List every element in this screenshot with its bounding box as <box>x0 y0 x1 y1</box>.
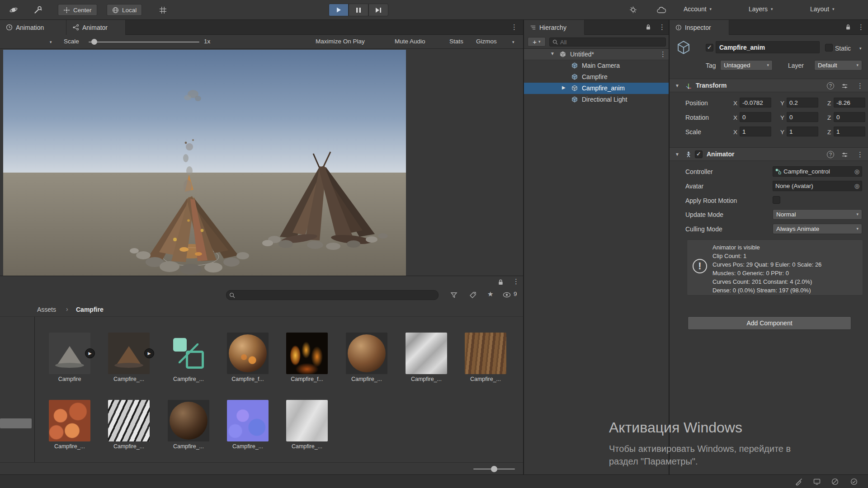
breadcrumb-current[interactable]: Campfire <box>76 306 104 313</box>
hierarchy-item-campfire[interactable]: Campfire <box>524 71 669 83</box>
rotation-x-field[interactable] <box>740 112 771 122</box>
hierarchy-item-directional-light[interactable]: Directional Light <box>524 94 669 105</box>
pivot-center-button[interactable]: Center <box>58 4 97 16</box>
inspector-lock-icon[interactable] <box>845 23 851 30</box>
display-status-icon[interactable] <box>813 478 821 486</box>
grid-snapping-icon[interactable] <box>156 4 169 16</box>
component-menu-icon[interactable]: ⋮ <box>857 151 863 158</box>
material-thumbnail[interactable] <box>346 333 387 374</box>
texture-thumbnail[interactable] <box>406 333 447 374</box>
scale-slider-track[interactable] <box>89 42 199 42</box>
rotation-y-field[interactable] <box>787 112 818 122</box>
rotation-z-field[interactable] <box>834 112 865 122</box>
culling-mode-dropdown[interactable]: Always Animate▾ <box>773 224 862 234</box>
search-by-label-icon[interactable] <box>469 291 476 299</box>
animator-controller-thumbnail[interactable] <box>168 333 209 374</box>
expand-subassets-button[interactable]: ▶ <box>144 348 154 358</box>
asset-item[interactable]: Campfire_... <box>465 333 506 382</box>
hierarchy-lock-icon[interactable] <box>645 23 651 30</box>
asset-item[interactable]: Campfire_f... <box>227 333 269 382</box>
breadcrumb-root[interactable]: Assets <box>37 306 56 313</box>
material-thumbnail[interactable] <box>168 400 209 441</box>
game-viewport[interactable] <box>3 50 406 276</box>
active-checkbox[interactable] <box>706 44 713 52</box>
cloud-icon[interactable] <box>655 4 667 16</box>
asset-item[interactable]: Campfire_... <box>406 333 447 382</box>
tab-hierarchy[interactable]: Hierarchy <box>524 20 585 35</box>
asset-item[interactable]: Campfire_... <box>286 400 328 450</box>
texture-thumbnail[interactable] <box>286 400 328 441</box>
step-button[interactable] <box>368 4 388 16</box>
asset-item[interactable]: ▶ Campfire <box>49 333 90 382</box>
presets-icon[interactable] <box>841 83 848 89</box>
expand-subassets-button[interactable]: ▶ <box>85 348 95 358</box>
scale-slider-knob[interactable] <box>91 39 97 45</box>
display-dropdown-icon[interactable]: ▾ <box>50 40 52 44</box>
orientation-local-button[interactable]: Local <box>107 4 142 16</box>
favorites-icon[interactable]: ★ <box>487 290 493 298</box>
inspector-menu-icon[interactable]: ⋮ <box>858 23 864 30</box>
layers-dropdown[interactable]: Layers▾ <box>749 5 773 13</box>
create-object-button[interactable]: + ▾ <box>528 37 546 47</box>
panel-menu-icon[interactable]: ⋮ <box>511 23 518 30</box>
maximize-on-play-toggle[interactable]: Maximize On Play <box>316 38 365 45</box>
component-menu-icon[interactable]: ⋮ <box>857 82 863 89</box>
asset-item[interactable]: Campfire_... <box>108 400 150 450</box>
scale-y-field[interactable] <box>787 127 818 136</box>
gizmos-dropdown[interactable]: Gizmos <box>476 38 497 45</box>
asset-item[interactable]: Campfire_... <box>227 400 269 450</box>
foldout-open-icon[interactable]: ▼ <box>675 152 679 157</box>
mute-audio-toggle[interactable]: Mute Audio <box>395 38 425 45</box>
presets-icon[interactable] <box>841 151 848 158</box>
foldout-closed-icon[interactable]: ▶ <box>562 85 566 90</box>
asset-item[interactable]: Campfire_f... <box>286 333 328 382</box>
foldout-open-icon[interactable]: ▼ <box>675 84 679 88</box>
visibility-icon[interactable] <box>503 292 511 298</box>
transform-header[interactable]: ▼ Transform ? ⋮ <box>670 79 868 92</box>
stats-toggle[interactable]: Stats <box>449 38 463 45</box>
search-by-type-icon[interactable] <box>450 291 458 299</box>
gizmos-caret-icon[interactable]: ▾ <box>512 40 514 44</box>
material-thumbnail[interactable] <box>227 333 269 374</box>
texture-thumbnail[interactable] <box>108 400 150 441</box>
scene-row[interactable]: ▼ Untitled* ⋮ <box>524 49 669 60</box>
view-tool-icon[interactable] <box>7 4 20 16</box>
texture-thumbnail[interactable] <box>286 333 328 374</box>
animator-header[interactable]: ▼ Animator ? ⋮ <box>670 147 868 161</box>
transform-tools-icon[interactable] <box>32 4 44 16</box>
tag-dropdown[interactable]: Untagged▾ <box>720 60 773 70</box>
apply-root-motion-checkbox[interactable] <box>773 196 780 204</box>
tab-animation[interactable]: Animation <box>0 20 66 35</box>
lighting-icon[interactable] <box>627 4 639 16</box>
hierarchy-search[interactable] <box>549 38 666 47</box>
asset-thumbnail[interactable]: ▶ <box>49 333 90 374</box>
static-flags-caret-icon[interactable]: ▾ <box>859 47 862 51</box>
update-mode-dropdown[interactable]: Normal▾ <box>773 209 862 220</box>
asset-item[interactable]: Campfire_... <box>346 333 387 382</box>
hierarchy-item-main-camera[interactable]: Main Camera <box>524 60 669 71</box>
project-folders-selection[interactable] <box>0 418 32 428</box>
hierarchy-search-input[interactable] <box>558 39 663 46</box>
position-z-field[interactable] <box>834 98 865 108</box>
hierarchy-item-campfire-anim[interactable]: ▶ Campfire_anim <box>524 83 669 94</box>
pause-button[interactable] <box>349 4 368 16</box>
sync-disabled-icon[interactable] <box>831 478 839 486</box>
tab-inspector[interactable]: Inspector <box>670 20 729 35</box>
asset-item[interactable]: Campfire_... <box>168 400 209 450</box>
add-component-button[interactable]: Add Component <box>688 316 851 330</box>
asset-thumbnail[interactable]: ▶ <box>108 333 150 374</box>
avatar-object-field[interactable]: None (Avatar) ◎ <box>773 181 862 191</box>
object-name-field[interactable] <box>716 41 820 53</box>
help-icon[interactable]: ? <box>827 82 834 89</box>
check-circle-icon[interactable] <box>850 478 858 486</box>
asset-item[interactable]: Campfire_... <box>168 333 209 382</box>
position-x-field[interactable] <box>740 98 771 108</box>
object-picker-icon[interactable]: ◎ <box>854 183 859 189</box>
hierarchy-menu-icon[interactable]: ⋮ <box>659 23 665 30</box>
layer-dropdown[interactable]: Default▾ <box>814 60 862 70</box>
tab-animator[interactable]: Animator <box>66 20 126 35</box>
paint-disabled-icon[interactable] <box>795 478 803 486</box>
layout-dropdown[interactable]: Layout▾ <box>810 5 835 13</box>
project-search-input[interactable] <box>235 292 435 299</box>
object-picker-icon[interactable]: ◎ <box>854 168 859 175</box>
